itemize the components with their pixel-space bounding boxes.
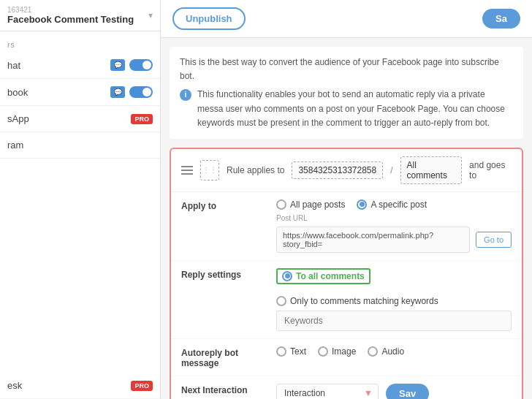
sidebar-title: Facebook Comment Testing — [7, 14, 134, 25]
radio-circle — [368, 346, 378, 357]
autoreply-options: Text Image Audio — [276, 346, 512, 357]
save-button-card[interactable]: Sav — [386, 384, 429, 399]
radio-label: To all comments — [296, 271, 365, 281]
reply-settings-label: Reply settings — [181, 268, 269, 280]
sidebar-item-sapp[interactable]: sApp PRO — [0, 106, 160, 132]
radio-text[interactable]: Text — [276, 346, 306, 357]
interaction-select[interactable]: Interaction — [276, 384, 379, 399]
radio-label: All page posts — [290, 200, 345, 210]
interaction-select-wrapper[interactable]: Interaction ▼ — [276, 384, 379, 399]
reply-settings-row: Reply settings To all comments Only to c… — [171, 261, 522, 339]
radio-circle — [318, 346, 328, 357]
radio-circle-selected — [282, 271, 292, 281]
radio-label: Image — [332, 346, 356, 357]
rule-phone-number[interactable]: 3584325313372858 — [292, 162, 383, 179]
sidebar-item-label: sApp — [7, 113, 29, 124]
post-url-input[interactable]: https://www.facebook.com/permalink.php?s… — [276, 227, 470, 253]
sidebar-item-label: esk — [7, 380, 22, 391]
chat-icon: 💬 — [110, 86, 125, 98]
sidebar-item-esk[interactable]: esk PRO — [0, 373, 160, 399]
reply-radio-group: To all comments Only to comments matchin… — [276, 268, 512, 306]
interaction-row: Interaction ▼ Sav — [276, 384, 512, 399]
radio-label: A specific post — [370, 200, 427, 210]
apply-to-radio-group: All page posts A specific post — [276, 200, 512, 210]
post-url-label: Post URL — [276, 214, 512, 222]
sidebar-item-controls: 💬 — [110, 86, 153, 98]
drag-handle[interactable]: ⋮⋮ — [200, 160, 219, 180]
all-comments-select[interactable]: All comments — [400, 156, 463, 184]
top-bar: Unpublish Sa — [161, 0, 532, 38]
sidebar: 163421 Facebook Comment Testing ▾ rs hat… — [0, 0, 161, 399]
info-row: i This functionality enables your bot to… — [180, 88, 513, 130]
toggle-hat[interactable] — [129, 59, 153, 71]
chevron-down-icon: ▾ — [148, 10, 153, 20]
sidebar-section-label: rs — [0, 31, 160, 52]
unpublish-button[interactable]: Unpublish — [172, 7, 246, 30]
next-interaction-label: Next Interaction — [181, 384, 269, 395]
info-line2: This functionality enables your bot to s… — [197, 88, 513, 130]
rule-applies-to-label: Rule applies to — [227, 165, 284, 175]
radio-label: Text — [290, 346, 306, 357]
post-url-row: https://www.facebook.com/permalink.php?s… — [276, 227, 512, 253]
radio-label: Audio — [381, 346, 404, 357]
sidebar-item-controls: PRO — [131, 114, 153, 124]
sidebar-header[interactable]: 163421 Facebook Comment Testing ▾ — [0, 0, 160, 31]
sidebar-item-hat[interactable]: hat 💬 — [0, 52, 160, 79]
main-content: Unpublish Sa This is the best way to con… — [161, 0, 532, 399]
sidebar-item-controls: 💬 — [110, 59, 153, 71]
sidebar-item-label: hat — [7, 60, 20, 71]
autoreply-row: Autoreply bot message Text Image Audio — [171, 339, 522, 376]
rule-card: ⋮⋮ Rule applies to 3584325313372858 / Al… — [170, 148, 523, 399]
autoreply-label: Autoreply bot message — [181, 346, 269, 368]
hamburger-icon[interactable] — [181, 166, 193, 175]
info-box: This is the best way to convert the audi… — [170, 47, 523, 139]
radio-audio[interactable]: Audio — [368, 346, 404, 357]
toggle-book[interactable] — [129, 86, 153, 98]
next-interaction-content: Interaction ▼ Sav This field cannot be e… — [276, 384, 512, 399]
rule-header: ⋮⋮ Rule applies to 3584325313372858 / Al… — [171, 149, 522, 192]
info-line1: This is the best way to convert the audi… — [180, 56, 513, 83]
radio-specific-post[interactable]: A specific post — [357, 200, 427, 210]
radio-circle-selected — [357, 200, 367, 210]
go-to-button[interactable]: Go to — [476, 232, 512, 248]
sidebar-item-book[interactable]: book 💬 — [0, 79, 160, 106]
sidebar-item-label: ram — [7, 140, 23, 151]
pro-badge: PRO — [131, 114, 153, 124]
radio-to-all-comments[interactable]: To all comments — [276, 268, 370, 284]
goes-to-label: and goes to — [469, 160, 512, 180]
radio-label: Only to comments matching keywords — [290, 296, 438, 306]
radio-matching-keywords[interactable]: Only to comments matching keywords — [276, 296, 438, 306]
radio-circle — [276, 346, 286, 357]
sidebar-item-ram[interactable]: ram — [0, 132, 160, 159]
info-icon: i — [180, 89, 191, 101]
radio-all-page[interactable]: All page posts — [276, 200, 345, 210]
pro-badge: PRO — [131, 381, 153, 391]
reply-settings-content: To all comments Only to comments matchin… — [276, 268, 512, 331]
autoreply-content: Text Image Audio — [276, 346, 512, 357]
radio-circle — [276, 200, 286, 210]
chat-icon: 💬 — [110, 59, 125, 71]
save-button[interactable]: Sa — [482, 9, 520, 28]
sidebar-item-label: book — [7, 87, 28, 98]
sidebar-id: 163421 — [7, 6, 134, 14]
radio-circle — [276, 296, 286, 306]
keywords-input[interactable] — [276, 311, 512, 331]
apply-to-label: Apply to — [181, 200, 269, 211]
apply-to-content: All page posts A specific post Post URL … — [276, 200, 512, 253]
rule-slash: / — [390, 165, 392, 175]
radio-image[interactable]: Image — [318, 346, 356, 357]
next-interaction-row: Next Interaction Interaction ▼ Sav This … — [171, 376, 522, 399]
apply-to-row: Apply to All page posts A specific post … — [171, 192, 522, 261]
